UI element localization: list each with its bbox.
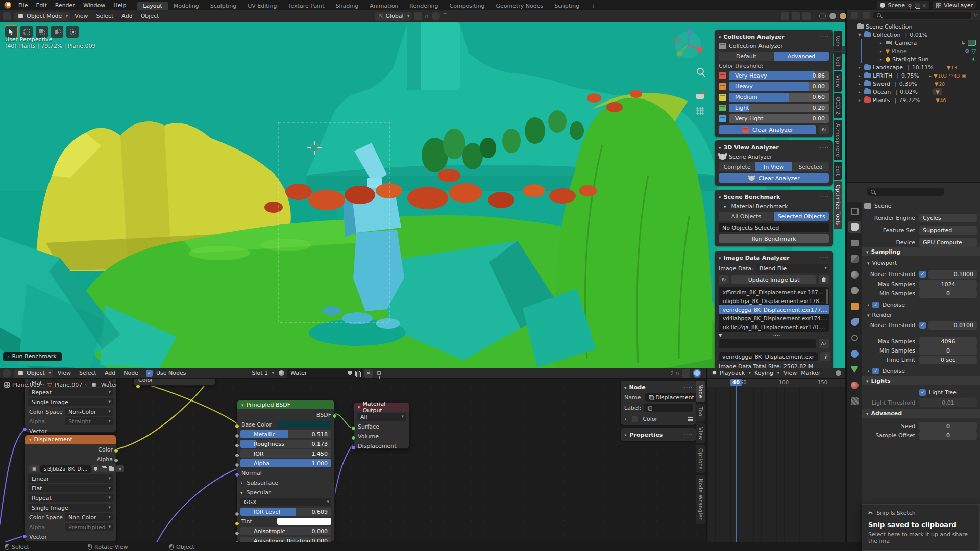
playhead[interactable]	[736, 386, 737, 542]
filter-toggle-icon[interactable]: ▼	[719, 333, 722, 338]
displacement-socket[interactable]	[351, 445, 356, 450]
ior-level-slider[interactable]: IOR Level0.609	[240, 508, 331, 516]
node-menu-view[interactable]: View	[54, 369, 75, 378]
noise-threshold-value-2[interactable]: 0.0100	[928, 321, 977, 330]
min-samples-value-2[interactable]: 0	[919, 346, 977, 355]
overlap-icon[interactable]	[682, 369, 690, 378]
tab-material[interactable]	[848, 380, 861, 391]
target-dropdown[interactable]: All	[357, 413, 406, 421]
sort-alpha-icon[interactable]: Az	[819, 339, 829, 348]
scope-selected-button[interactable]: Selected	[792, 162, 829, 171]
tab-texture[interactable]	[848, 395, 861, 407]
image-name-field[interactable]: si3jbb2a_8K_Di...	[40, 465, 91, 473]
workspace-tab-scripting[interactable]: Scripting	[549, 2, 585, 10]
material-benchmark-label[interactable]: Material Benchmark	[731, 203, 788, 210]
node-displacement-texture[interactable]: Displacement Color Alpha ▣ si3jbb2a_8K_D…	[24, 435, 116, 542]
pin-icon[interactable]	[377, 371, 381, 375]
snap-target-icon[interactable]	[414, 12, 422, 20]
anisotropic-rotation-socket[interactable]	[235, 541, 239, 542]
outliner-row-ocean[interactable]: ▸Ocean0.02%▼	[850, 88, 978, 96]
copy-icon[interactable]	[915, 3, 919, 8]
editor-type-icon[interactable]	[3, 12, 11, 20]
open-folder-icon[interactable]	[108, 465, 115, 472]
tab-object[interactable]	[848, 300, 861, 312]
collapse-icon[interactable]	[719, 34, 724, 40]
menu-edit[interactable]: Edit	[32, 2, 51, 9]
tab-view-layer[interactable]	[848, 253, 861, 264]
workspace-tab-geometry-nodes[interactable]: Geometry Nodes	[490, 2, 549, 10]
projection-dropdown[interactable]: Flat	[28, 484, 113, 492]
menu-render[interactable]: Render	[51, 2, 79, 9]
workspace-tab-texture-paint[interactable]: Texture Paint	[283, 2, 330, 10]
outliner-display-mode-icon[interactable]	[851, 12, 858, 19]
breadcrumb-material[interactable]: Water	[101, 382, 118, 388]
viewlayer-selector[interactable]: ViewLayer	[933, 1, 976, 9]
section-sampling[interactable]: Sampling	[862, 247, 980, 256]
viewport-menu-add[interactable]: Add	[118, 12, 136, 20]
viewport-menu-view[interactable]: View	[71, 12, 91, 20]
shading-preview-icon[interactable]	[694, 370, 700, 377]
material-icon[interactable]	[279, 370, 284, 376]
feature-set-dropdown[interactable]: Supported	[919, 226, 977, 235]
metallic-slider[interactable]: Metallic0.518	[240, 430, 331, 438]
outliner-filter-funnel-icon[interactable]: ▿	[974, 12, 977, 18]
update-image-list-button[interactable]: Update Image List	[731, 275, 816, 284]
list-item[interactable]: uliqbb1ga_8K_Displacement.exr178....	[719, 296, 829, 305]
scene-selector[interactable]: Scene ×	[877, 1, 929, 9]
repeat-dropdown[interactable]: Repeat	[28, 388, 113, 396]
filter-search-input[interactable]	[719, 339, 816, 348]
base-color-swatch[interactable]	[277, 421, 331, 428]
section-advanced[interactable]: Advanced	[862, 409, 980, 418]
fake-user-shield-icon[interactable]	[348, 371, 352, 375]
properties-search-input[interactable]	[867, 188, 944, 196]
max-samples-value[interactable]: 1024	[919, 280, 977, 289]
vector-socket[interactable]	[22, 534, 27, 539]
close-icon[interactable]: ×	[116, 465, 124, 472]
device-dropdown[interactable]: GPU Compute	[919, 238, 977, 247]
noise-threshold-checkbox-2[interactable]	[919, 322, 926, 329]
seed-value[interactable]: 0	[919, 422, 977, 431]
specular-section[interactable]: Specular	[246, 489, 271, 496]
workspace-tab-animation[interactable]: Animation	[364, 2, 404, 10]
noise-threshold-value[interactable]: 0.1000	[928, 270, 977, 279]
list-scrollbar[interactable]	[826, 289, 828, 304]
node-menu-select[interactable]: Select	[76, 369, 100, 378]
trash-icon[interactable]	[819, 275, 829, 284]
color-space-dropdown[interactable]: Non-Color	[65, 408, 113, 416]
alpha-socket[interactable]	[235, 463, 239, 467]
tab-particles[interactable]	[848, 332, 861, 343]
anisotropic-socket[interactable]	[235, 531, 239, 536]
magnet-icon[interactable]: ∩	[675, 370, 679, 377]
close-icon[interactable]: ×	[922, 2, 926, 9]
run-benchmark-button[interactable]: Run Benchmark	[719, 234, 829, 243]
outliner-row-camera[interactable]: ▸Camera↳	[861, 39, 978, 47]
viewport-menu-select[interactable]: Select	[92, 12, 117, 20]
ior-field[interactable]: IOR1.450	[240, 449, 331, 458]
base-color-socket[interactable]	[235, 424, 239, 429]
tab-render[interactable]	[848, 221, 861, 233]
outliner-row-landscape[interactable]: ▸Landscape10.11%▼13	[850, 63, 978, 71]
transform-orientation-dropdown[interactable]: ⇱ Global	[375, 12, 411, 21]
light-threshold-value[interactable]: 0.01	[919, 398, 977, 407]
extension-dropdown[interactable]: Repeat	[28, 494, 113, 502]
tab-optimize-tools[interactable]: Optimize Tools	[834, 181, 842, 229]
timeline-grid[interactable]	[707, 387, 845, 542]
outliner-row-lfrith[interactable]: ▸LFRITH9.75%⌁▼103◠43◉	[850, 71, 978, 80]
bsdf-output-socket[interactable]	[332, 414, 337, 418]
breadcrumb-mesh[interactable]: Plane.007	[55, 382, 83, 388]
roughness-socket[interactable]	[235, 443, 239, 448]
min-samples-value[interactable]: 0	[919, 289, 977, 298]
tool-select-circle[interactable]	[51, 26, 63, 38]
playback-menu[interactable]: Playback	[718, 369, 753, 378]
keying-menu[interactable]: Keying	[753, 369, 781, 378]
alpha-output-socket[interactable]	[114, 458, 118, 463]
magnet-icon[interactable]: ∩	[425, 13, 429, 19]
mode-default-button[interactable]: Default	[719, 52, 774, 61]
copy-icon[interactable]	[100, 465, 107, 472]
node-material-output[interactable]: Material Output All Surface Volume Displ…	[353, 402, 409, 449]
gizmo-toggle-icon[interactable]	[781, 12, 789, 20]
image-browse-icon[interactable]: ▣	[29, 465, 39, 472]
wrench-icon[interactable]: ⚙	[965, 48, 970, 55]
workspace-tab-rendering[interactable]: Rendering	[404, 2, 444, 10]
sample-offset-value[interactable]: 0	[919, 431, 977, 440]
